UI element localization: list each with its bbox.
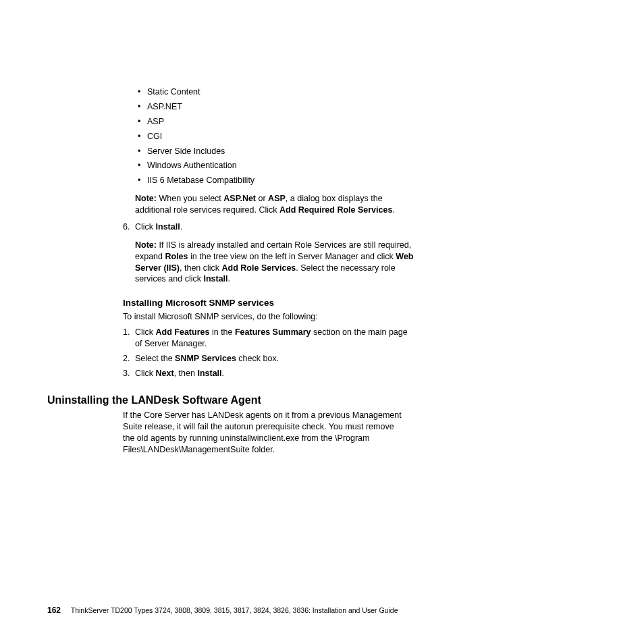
step-text: Click — [135, 369, 156, 378]
bold: Next — [156, 369, 174, 378]
list-item: CGI — [135, 131, 415, 142]
list-item: Windows Authentication — [135, 160, 415, 171]
step-text: , then — [174, 369, 198, 378]
role-services-list: Static Content ASP.NET ASP CGI Server Si… — [135, 86, 415, 186]
page-number: 162 — [47, 606, 61, 615]
list-item: ASP — [135, 116, 415, 128]
bold: Features Summary — [235, 327, 311, 337]
bold: Install — [197, 369, 221, 378]
list-item: IIS 6 Metabase Compatibility — [135, 175, 415, 186]
list-item: ASP.NET — [135, 101, 415, 113]
bold: Add Required Role Services — [279, 205, 392, 215]
bold: SNMP Services — [175, 354, 236, 363]
note-text: . — [392, 205, 394, 215]
page-footer: 162 ThinkServer TD200 Types 3724, 3808, … — [47, 605, 398, 616]
snmp-heading: Installing Microsoft SNMP services — [123, 297, 415, 309]
list-item: Server Side Includes — [135, 146, 415, 157]
snmp-step-2: Select the SNMP Services check box. — [123, 353, 415, 365]
step-text: Click — [135, 327, 156, 337]
note-text: When you select — [159, 194, 223, 203]
uninstall-heading: Uninstalling the LANDesk Software Agent — [47, 393, 601, 408]
install-steps: Click Install. Note: If IIS is already i… — [135, 221, 415, 285]
page-content: Static Content ASP.NET ASP CGI Server Si… — [47, 86, 601, 456]
step-6: Click Install. Note: If IIS is already i… — [123, 221, 415, 285]
snmp-step-1: Click Add Features in the Features Summa… — [123, 327, 415, 350]
step-text: check box. — [236, 354, 279, 363]
bold: ASP.Net — [223, 194, 256, 203]
step-text: Click — [135, 222, 156, 232]
note-label: Note: — [135, 240, 157, 250]
note-iis-installed: Note: If IIS is already installed and ce… — [135, 240, 415, 286]
note-text: in the tree view on the left in Server M… — [188, 252, 396, 261]
bold: Install — [203, 274, 227, 284]
note-label: Note: — [135, 194, 157, 203]
step-text: in the — [209, 327, 235, 337]
main-column: Static Content ASP.NET ASP CGI Server Si… — [135, 86, 415, 379]
step-text: Select the — [135, 354, 175, 363]
bold: Roles — [165, 252, 188, 261]
footer-text: ThinkServer TD200 Types 3724, 3808, 3809… — [71, 606, 398, 614]
uninstall-body: If the Core Server has LANDesk agents on… — [123, 410, 403, 456]
step-text: . — [222, 369, 224, 378]
note-text: . — [228, 274, 230, 284]
bold: Add Features — [156, 327, 210, 337]
step-text: . — [180, 222, 182, 232]
note-text: or — [256, 194, 268, 203]
snmp-steps: Click Add Features in the Features Summa… — [135, 327, 415, 379]
snmp-intro: To install Microsoft SNMP services, do t… — [123, 311, 415, 323]
bold: Add Role Services — [222, 263, 296, 273]
list-item: Static Content — [135, 86, 415, 98]
snmp-step-3: Click Next, then Install. — [123, 368, 415, 379]
note-aspnet: Note: When you select ASP.Net or ASP, a … — [135, 193, 415, 216]
bold: Install — [156, 222, 180, 232]
note-text: , then click — [180, 263, 222, 273]
bold: ASP — [268, 194, 286, 203]
